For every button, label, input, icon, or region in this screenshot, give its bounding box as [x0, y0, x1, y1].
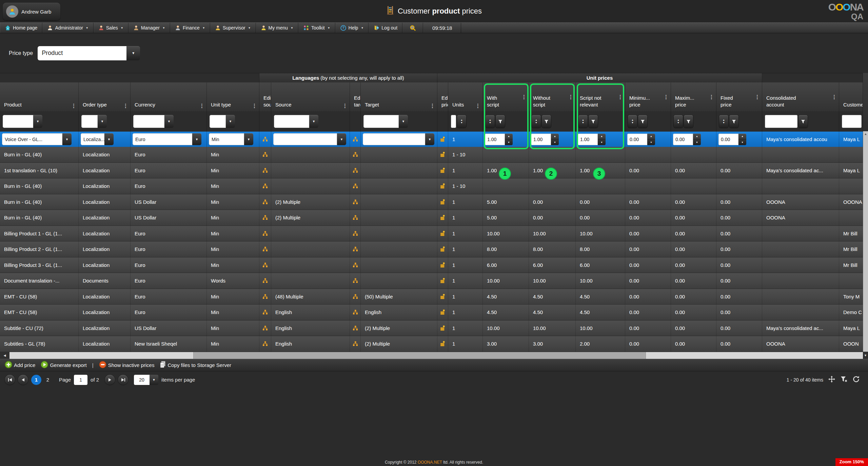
filter-funnel-button[interactable]: [798, 115, 808, 128]
column-header-edit_source[interactable]: Edit sour: [259, 82, 271, 111]
filter-select-target[interactable]: ▼: [363, 115, 408, 128]
dropdown-value[interactable]: Min: [209, 133, 244, 145]
chevron-down-icon[interactable]: ▼: [104, 133, 114, 145]
table-row[interactable]: Billing Product 1 - GL (1...Localization…: [0, 226, 863, 242]
column-header-with[interactable]: With script⋮: [483, 82, 529, 111]
column-menu-icon[interactable]: ⋮: [618, 94, 623, 108]
edit-prices-icon[interactable]: [440, 231, 446, 236]
edit-prices-icon[interactable]: [440, 199, 446, 205]
edit-prices-icon[interactable]: [440, 262, 446, 268]
spinner-button[interactable]: ▲▼: [674, 115, 683, 128]
column-menu-icon[interactable]: ⋮: [664, 94, 669, 108]
nav-item-home-page[interactable]: Home page: [0, 23, 42, 33]
edit-languages-icon[interactable]: [353, 137, 358, 142]
table-row[interactable]: Billing Product 3 - GL (1...Localization…: [0, 257, 863, 273]
vertical-scrollbar[interactable]: ▲: [863, 131, 868, 352]
filter-funnel-button[interactable]: [684, 115, 693, 128]
search-icon[interactable]: [410, 25, 416, 31]
edit-prices-icon[interactable]: [440, 325, 446, 331]
column-menu-icon[interactable]: ⋮: [71, 103, 76, 108]
edit-languages-icon[interactable]: [262, 294, 268, 299]
column-header-max[interactable]: Maxim... price⋮: [671, 82, 716, 111]
table-row[interactable]: Subtitle - CU (72)LocalizationUS DollarM…: [0, 321, 863, 336]
edit-languages-icon[interactable]: [262, 231, 268, 236]
edit-languages-icon[interactable]: [353, 310, 358, 315]
chevron-down-icon[interactable]: ▼: [399, 115, 408, 128]
edit-languages-icon[interactable]: [262, 183, 268, 189]
edit-languages-icon[interactable]: [353, 294, 358, 299]
page-number-input[interactable]: 1: [74, 375, 87, 385]
table-row[interactable]: Burn in - GL (40)LocalizationEuroMin1 - …: [0, 147, 863, 163]
column-header-units[interactable]: Units⋮: [448, 82, 483, 111]
nav-item-my-menu[interactable]: My menu▼: [256, 23, 299, 33]
column-header-min[interactable]: Minimu... price⋮: [625, 82, 671, 111]
dropdown-value[interactable]: [363, 115, 399, 128]
table-row[interactable]: EMT - CU (58)LocalizationEuroMin(48) Mul…: [0, 289, 863, 305]
scroll-up-icon[interactable]: ▲: [863, 131, 868, 136]
chevron-down-icon[interactable]: ▼: [33, 115, 42, 128]
dropdown-value[interactable]: Euro: [133, 133, 192, 145]
edit-prices-icon[interactable]: [440, 168, 446, 173]
column-menu-icon[interactable]: ⋮: [199, 103, 204, 108]
spin-input-value[interactable]: 0.00: [673, 134, 693, 145]
column-menu-icon[interactable]: ⋮: [521, 94, 527, 108]
spinner-button[interactable]: ▲▼: [738, 134, 746, 145]
column-menu-icon[interactable]: ⋮: [832, 94, 837, 108]
dropdown-value[interactable]: [3, 115, 33, 128]
chevron-down-icon[interactable]: ▼: [309, 115, 318, 128]
spinner-button[interactable]: ▲▼: [647, 134, 655, 145]
dropdown-value[interactable]: Localiza...: [81, 133, 104, 145]
numeric-spin-input[interactable]: 1.00▲▼: [485, 134, 513, 145]
spinner-button[interactable]: ▲▼: [628, 115, 637, 128]
edit-languages-icon[interactable]: [262, 310, 268, 315]
numeric-spin-input[interactable]: 0.00▲▼: [673, 134, 701, 145]
edit-languages-icon[interactable]: [262, 199, 268, 205]
scroll-down-icon[interactable]: ▼: [863, 352, 868, 359]
spinner-button[interactable]: ▲▼: [719, 115, 728, 128]
spinner-button[interactable]: ▲▼: [693, 134, 701, 145]
column-menu-icon[interactable]: ⋮: [755, 94, 760, 108]
numeric-spin-input[interactable]: 0.00▲▼: [718, 134, 746, 145]
chevron-down-icon[interactable]: ▼: [244, 133, 253, 145]
column-header-target[interactable]: Target⋮: [361, 82, 437, 111]
spinner-button[interactable]: ▲▼: [578, 115, 588, 128]
horizontal-scrollbar[interactable]: ◀ ▼: [0, 352, 868, 359]
last-page-button[interactable]: [118, 375, 128, 385]
edit-prices-icon[interactable]: [440, 341, 446, 347]
page-size-select[interactable]: 20 ▼: [134, 375, 158, 385]
nav-item-log-out[interactable]: Log out: [369, 23, 402, 33]
spinner-button[interactable]: ▲▼: [486, 115, 495, 128]
column-header-edit_price[interactable]: Edit price: [437, 82, 448, 111]
first-page-button[interactable]: [5, 375, 15, 385]
nav-item-manager[interactable]: Manager▼: [129, 23, 170, 33]
table-row[interactable]: Burn in - GL (40)LocalizationUS DollarMi…: [0, 210, 863, 226]
spin-input-value[interactable]: 1.00: [531, 134, 551, 145]
table-row[interactable]: Burn in - GL (40)LocalizationUS DollarMi…: [0, 194, 863, 210]
edit-languages-icon[interactable]: [262, 137, 268, 142]
numeric-spin-input[interactable]: 1.00▲▼: [578, 134, 606, 145]
nav-search-button[interactable]: [402, 23, 423, 33]
previous-page-button[interactable]: [18, 375, 28, 385]
edit-languages-icon[interactable]: [262, 247, 268, 252]
next-page-button[interactable]: [105, 375, 115, 385]
column-header-source[interactable]: Source⋮: [271, 82, 350, 111]
edit-languages-icon[interactable]: [262, 341, 268, 346]
column-header-without[interactable]: Without script⋮: [529, 82, 576, 111]
chevron-down-icon[interactable]: ▼: [164, 115, 174, 128]
price-type-value[interactable]: Product: [38, 46, 126, 60]
edit-prices-icon[interactable]: [440, 246, 446, 252]
filter-input-units[interactable]: [451, 115, 456, 128]
nav-item-sales[interactable]: Sales▼: [94, 23, 129, 33]
nav-item-help[interactable]: ?Help▼: [335, 23, 369, 33]
column-header-script_not[interactable]: Script not relevant⋮: [576, 82, 625, 111]
edit-languages-icon[interactable]: [353, 231, 358, 236]
column-menu-icon[interactable]: ⋮: [709, 94, 714, 108]
spinner-button[interactable]: ▲▼: [551, 134, 559, 145]
chevron-down-icon[interactable]: ▼: [150, 375, 158, 385]
filter-funnel-button[interactable]: [496, 115, 505, 128]
filter-select-order[interactable]: ▼: [81, 115, 107, 128]
filter-funnel-button[interactable]: [589, 115, 598, 128]
edit-languages-icon[interactable]: [262, 215, 268, 220]
move-columns-icon[interactable]: [828, 375, 835, 384]
column-header-currency[interactable]: Currency⋮: [131, 82, 207, 111]
